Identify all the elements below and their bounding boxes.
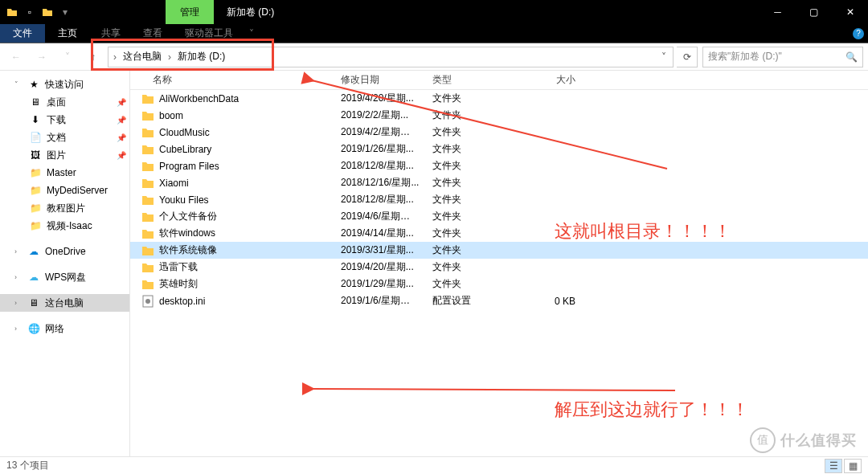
watermark: 值 什么值得买: [750, 427, 857, 453]
address-bar[interactable]: › 这台电脑 › 新加卷 (D:) ˅: [108, 47, 674, 67]
table-row[interactable]: CubeLibrary2019/1/26/星期...文件夹: [130, 141, 868, 157]
table-row[interactable]: CloudMusic2019/4/2/星期二 ...文件夹: [130, 124, 868, 141]
folder-icon: [141, 261, 154, 274]
help-button[interactable]: ?: [849, 24, 868, 43]
table-row[interactable]: 英雄时刻2019/1/29/星期...文件夹: [130, 276, 868, 292]
sidebar-label: 文档: [47, 131, 66, 145]
title-bar: ▫ ▾ 管理 新加卷 (D:) ─ ▢ ✕: [0, 0, 868, 24]
tab-home[interactable]: 主页: [45, 24, 90, 43]
file-date: 2019/1/26/星期...: [334, 142, 426, 156]
close-button[interactable]: ✕: [832, 0, 868, 24]
sidebar-pictures[interactable]: 🖼图片📌: [0, 146, 129, 164]
contextual-tab-manage[interactable]: 管理: [166, 0, 214, 24]
file-type: 文件夹: [426, 227, 518, 240]
col-date[interactable]: 修改日期: [334, 73, 426, 87]
document-icon: 📄: [29, 131, 42, 144]
sidebar-wps[interactable]: ›☁WPS网盘: [0, 268, 129, 286]
folder-icon: [141, 143, 154, 156]
sidebar-item[interactable]: 📁Master: [0, 164, 129, 182]
minimize-button[interactable]: ─: [760, 0, 796, 24]
nav-back-button[interactable]: ←: [5, 47, 27, 67]
tab-share[interactable]: 共享: [90, 24, 132, 43]
breadcrumb-root[interactable]: 这台电脑: [118, 47, 166, 67]
sidebar-quick-access[interactable]: ˅★快速访问: [0, 76, 129, 93]
qat-overflow[interactable]: ▾: [58, 5, 72, 19]
ribbon-collapse-chevron[interactable]: ˅: [244, 24, 259, 43]
pin-icon: 📌: [117, 116, 125, 125]
table-row[interactable]: 迅雷下载2019/4/20/星期...文件夹: [130, 259, 868, 276]
file-size: 0 KB: [518, 296, 582, 307]
table-row[interactable]: Youku Files2018/12/8/星期...文件夹: [130, 191, 868, 208]
sidebar-item[interactable]: 📁视频-Isaac: [0, 217, 129, 235]
folder-icon: [141, 278, 154, 291]
file-date: 2019/1/6/星期日 ...: [334, 294, 426, 308]
chevron-right-icon: ›: [166, 51, 173, 63]
folder-icon: [141, 210, 154, 223]
breadcrumb-current[interactable]: 新加卷 (D:): [173, 47, 230, 67]
file-date: 2019/2/2/星期...: [334, 108, 426, 122]
nav-forward-button[interactable]: →: [31, 47, 53, 67]
nav-up-button[interactable]: ↑: [82, 47, 104, 67]
sidebar-label: 这台电脑: [45, 296, 84, 310]
refresh-button[interactable]: ⟳: [677, 47, 698, 67]
sidebar-label: 视频-Isaac: [47, 219, 92, 233]
sidebar-documents[interactable]: 📄文档📌: [0, 129, 129, 146]
file-date: 2018/12/8/星期...: [334, 159, 426, 173]
svg-point-1: [145, 299, 150, 304]
sidebar-this-pc[interactable]: ›🖥这台电脑: [0, 294, 129, 312]
tab-drive-tools[interactable]: 驱动器工具: [174, 24, 244, 43]
sidebar-label: 快速访问: [45, 78, 84, 92]
table-row[interactable]: 个人文件备份2019/4/6/星期六 ...文件夹: [130, 208, 868, 225]
folder-icon: [141, 177, 154, 190]
cloud-icon: ☁: [27, 245, 40, 258]
file-name: desktop.ini: [159, 296, 205, 307]
tab-file[interactable]: 文件: [0, 24, 45, 43]
search-placeholder: 搜索"新加卷 (D:)": [708, 50, 782, 63]
status-bar: 13 个项目 ☰ ▦: [0, 456, 868, 474]
table-row[interactable]: 软件系统镜像2019/3/31/星期...文件夹: [130, 242, 868, 259]
sidebar-label: OneDrive: [45, 246, 86, 257]
nav-recent-dropdown[interactable]: ˅: [56, 47, 79, 67]
sidebar-network[interactable]: ›🌐网络: [0, 320, 129, 337]
download-icon: ⬇: [29, 113, 42, 126]
qat-item[interactable]: ▫: [23, 5, 37, 19]
folder-icon: 📁: [29, 202, 42, 215]
col-type[interactable]: 类型: [426, 73, 518, 87]
table-row[interactable]: Program Files2018/12/8/星期...文件夹: [130, 157, 868, 174]
sidebar-onedrive[interactable]: ›☁OneDrive: [0, 243, 129, 260]
table-row[interactable]: desktop.ini2019/1/6/星期日 ...配置设置0 KB: [130, 292, 868, 309]
item-count: 13 个项目: [6, 459, 49, 472]
navigation-sidebar: ˅★快速访问 🖥桌面📌 ⬇下载📌 📄文档📌 🖼图片📌 📁Master 📁MyDe…: [0, 71, 130, 456]
folder-icon: [141, 126, 154, 139]
folder-icon: [141, 109, 154, 122]
search-input[interactable]: 搜索"新加卷 (D:)" 🔍: [702, 47, 863, 67]
pc-icon: 🖥: [27, 296, 40, 309]
col-size[interactable]: 大小: [518, 73, 582, 87]
view-details-button[interactable]: ☰: [825, 459, 842, 473]
window-title: 新加卷 (D:): [214, 6, 287, 19]
pin-icon: 📌: [117, 151, 125, 160]
col-name[interactable]: 名称: [130, 73, 334, 87]
file-type: 文件夹: [426, 142, 518, 156]
file-date: 2019/4/14/星期...: [334, 227, 426, 240]
folder-icon: [141, 194, 154, 206]
tab-view[interactable]: 查看: [132, 24, 174, 43]
view-icons-button[interactable]: ▦: [844, 459, 862, 473]
table-row[interactable]: Xiaomi2018/12/16/星期...文件夹: [130, 174, 868, 191]
file-name: 软件系统镜像: [159, 243, 217, 257]
sidebar-downloads[interactable]: ⬇下载📌: [0, 111, 129, 129]
sidebar-item[interactable]: 📁教程图片: [0, 199, 129, 217]
address-dropdown[interactable]: ˅: [658, 51, 669, 63]
file-name: AliWorkbenchData: [159, 93, 239, 104]
table-row[interactable]: 软件windows2019/4/14/星期...文件夹: [130, 225, 868, 242]
folder-icon: [141, 160, 154, 173]
sidebar-item[interactable]: 📁MyDediServer: [0, 182, 129, 199]
search-icon: 🔍: [845, 51, 858, 63]
maximize-button[interactable]: ▢: [796, 0, 832, 24]
file-type: 文件夹: [426, 243, 518, 257]
table-row[interactable]: AliWorkbenchData2019/4/20/星期...文件夹: [130, 90, 868, 107]
table-row[interactable]: boom2019/2/2/星期...文件夹: [130, 107, 868, 124]
sidebar-desktop[interactable]: 🖥桌面📌: [0, 93, 129, 111]
qat-item[interactable]: [40, 5, 55, 19]
sidebar-label: WPS网盘: [45, 271, 86, 284]
